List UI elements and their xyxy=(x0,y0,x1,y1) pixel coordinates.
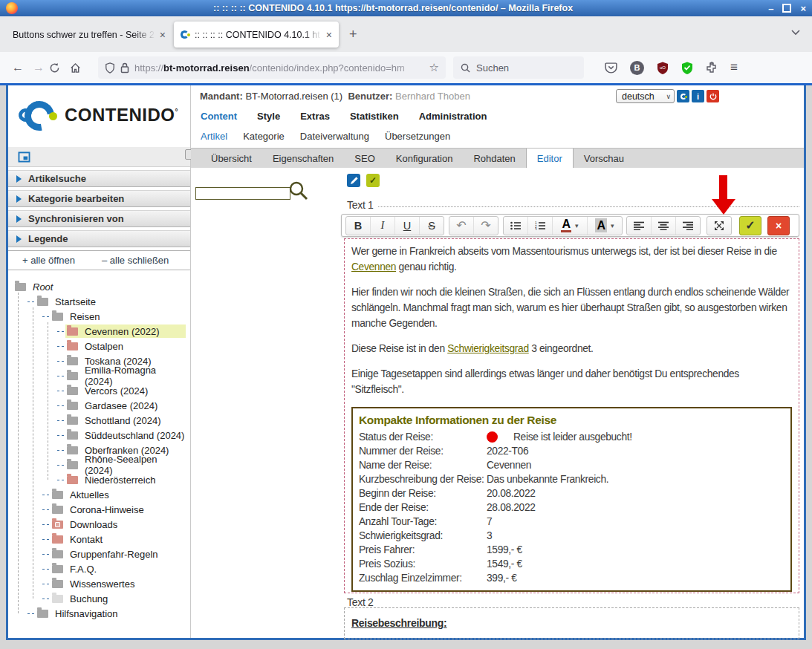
accordion-kategorie-bearbeiten[interactable]: Kategorie bearbeiten xyxy=(8,190,190,207)
tree-item-gardasee[interactable]: Gardasee (2024) xyxy=(8,398,186,413)
tree-item-downloads[interactable]: Downloads xyxy=(8,517,186,532)
menu-item-administration[interactable]: Administration xyxy=(419,111,487,122)
strikethrough-button[interactable]: S xyxy=(420,217,444,235)
pocket-icon[interactable] xyxy=(605,62,617,74)
submenu-item-artikel[interactable]: Artikel xyxy=(201,131,227,142)
save-button[interactable]: ✓ xyxy=(739,216,761,235)
bullet-list-button[interactable] xyxy=(504,217,528,235)
tree-item-aktuelles[interactable]: Aktuelles xyxy=(8,487,186,502)
logout-button[interactable] xyxy=(707,90,719,102)
chevron-down-icon[interactable]: ▾ xyxy=(575,222,579,229)
italic-button[interactable]: I xyxy=(371,217,395,235)
submenu-item-uebersetzungen[interactable]: Übersetzungen xyxy=(385,131,450,142)
info-button[interactable]: i xyxy=(692,90,704,102)
home-button[interactable] xyxy=(70,62,91,74)
font-color-button[interactable]: A ▾ xyxy=(553,217,588,235)
browser-tab-2-active[interactable]: :: :: :: :: CONTENIDO 4.10.1 ht × xyxy=(174,22,339,48)
profile-avatar[interactable]: B xyxy=(630,61,644,75)
cancel-button[interactable]: × xyxy=(767,216,790,235)
tree-item-schottland[interactable]: Schottland (2024) xyxy=(8,413,186,428)
category-search-input[interactable] xyxy=(195,187,290,200)
tab-vorschau[interactable]: Vorschau xyxy=(574,149,634,168)
tree-item-faq[interactable]: F.A.Q. xyxy=(8,561,186,576)
edit-pencil-button[interactable] xyxy=(347,174,360,187)
extensions-puzzle-icon[interactable] xyxy=(706,62,718,74)
tree-item-hilfsnavigation[interactable]: Hilfsnavigation xyxy=(8,606,186,621)
tree-item-root[interactable]: Root xyxy=(8,279,186,294)
tab-seo[interactable]: SEO xyxy=(344,149,385,168)
tree-item-corona-hinweise[interactable]: Corona-Hinweise xyxy=(8,502,186,517)
tree-item-vercors[interactable]: Vercors (2024) xyxy=(8,383,186,398)
cevennen-link[interactable]: Cevennen xyxy=(351,261,396,273)
underline-button[interactable]: U xyxy=(395,217,420,235)
contenido-home-button[interactable] xyxy=(677,90,689,102)
tree-item-reisen[interactable]: Reisen xyxy=(8,309,186,324)
close-all-link[interactable]: – alle schließen xyxy=(102,255,169,266)
text2-slot[interactable]: Reisebeschreibung: xyxy=(344,607,799,639)
tab-rohdaten[interactable]: Rohdaten xyxy=(463,149,525,168)
tab-editor-active[interactable]: Editor xyxy=(526,149,574,168)
frame-toggle-icon[interactable] xyxy=(18,151,30,163)
tab-uebersicht[interactable]: Übersicht xyxy=(201,149,262,168)
accordion-synchronisieren[interactable]: Synchronisieren von xyxy=(8,210,190,227)
richtext-content[interactable]: Wer gerne in Frankreich abseits vom Mass… xyxy=(344,238,799,593)
tab-close-icon[interactable]: × xyxy=(326,29,332,41)
menu-item-extras[interactable]: Extras xyxy=(300,111,330,122)
tree-item-wissenswertes[interactable]: Wissenswertes xyxy=(8,576,186,591)
tree-item-sueddeutschland[interactable]: Süddeutschland (2024) xyxy=(8,428,186,443)
highlight-color-button[interactable]: A ▾ xyxy=(588,217,622,235)
tree-item-cevennen-selected[interactable]: Cevennen (2022) xyxy=(8,324,186,339)
search-bar[interactable]: Suchen xyxy=(453,56,584,79)
numbered-list-button[interactable]: 123 xyxy=(528,217,553,235)
category-search-icon[interactable] xyxy=(288,180,309,201)
minimize-button[interactable]: – xyxy=(768,4,773,13)
protection-shield-icon[interactable] xyxy=(681,62,693,74)
tree-item-buchung[interactable]: Buchung xyxy=(8,591,186,606)
list-tabs-chevron-icon[interactable] xyxy=(791,30,800,36)
close-button[interactable]: × xyxy=(800,4,806,13)
submenu-item-kategorie[interactable]: Kategorie xyxy=(243,131,285,142)
bold-button[interactable]: B xyxy=(346,217,371,235)
browser-tab-1[interactable]: Buttons schwer zu treffen - Seite 2 × xyxy=(6,22,172,48)
tracking-shield-icon[interactable] xyxy=(105,62,115,74)
bookmark-star-icon[interactable]: ☆ xyxy=(429,61,439,74)
tree-item-rhone-seealpen[interactable]: Rhône-Seealpen (2024) xyxy=(8,457,186,472)
submenu-item-dateiverwaltung[interactable]: Dateiverwaltung xyxy=(300,131,369,142)
align-left-button[interactable] xyxy=(627,217,652,235)
tab-eigenschaften[interactable]: Eigenschaften xyxy=(262,149,344,168)
hamburger-menu-icon[interactable]: ≡ xyxy=(730,60,738,75)
new-tab-button[interactable]: + xyxy=(349,27,357,42)
confirm-check-button[interactable]: ✓ xyxy=(366,174,380,187)
schwierigkeitsgrad-link[interactable]: Schwierigkeitsgrad xyxy=(447,343,529,354)
accordion-artikelsuche[interactable]: Artikelsuche xyxy=(8,170,190,187)
lock-icon[interactable] xyxy=(120,62,129,74)
menu-item-content[interactable]: Content xyxy=(201,111,237,122)
paragraph-1: Wer gerne in Frankreich abseits vom Mass… xyxy=(351,244,792,275)
fullscreen-button[interactable] xyxy=(707,217,731,235)
ublock-icon[interactable]: uO xyxy=(657,62,669,74)
undo-button[interactable]: ↶ xyxy=(449,217,474,235)
maximize-button[interactable] xyxy=(782,4,791,13)
back-button[interactable]: ← xyxy=(7,61,28,74)
menu-item-statistiken[interactable]: Statistiken xyxy=(350,111,399,122)
forward-button[interactable]: → xyxy=(28,61,49,74)
accordion-legende[interactable]: Legende xyxy=(8,230,190,247)
open-all-link[interactable]: + alle öffnen xyxy=(22,255,75,266)
tree-item-startseite[interactable]: Startseite xyxy=(8,294,186,309)
menu-item-style[interactable]: Style xyxy=(257,111,280,122)
url-bar[interactable]: https://bt-motorrad.reisen/contenido/ind… xyxy=(98,56,446,79)
tree-item-gruppenfahr-regeln[interactable]: Gruppenfahr-Regeln xyxy=(8,547,186,561)
logo-area: CONTENIDO° xyxy=(8,85,190,147)
chevron-down-icon[interactable]: ▾ xyxy=(611,222,614,229)
tab-close-icon[interactable]: × xyxy=(160,29,166,41)
redo-button[interactable]: ↷ xyxy=(474,217,498,235)
reload-button[interactable] xyxy=(49,62,70,74)
align-right-button[interactable] xyxy=(676,217,700,235)
tab-konfiguration[interactable]: Konfiguration xyxy=(386,149,464,168)
language-select[interactable]: deutsch∨ xyxy=(616,89,675,103)
tree-item-emilia-romagna[interactable]: Emilia-Romagna (2024) xyxy=(8,368,186,383)
tree-item-kontakt[interactable]: Kontakt xyxy=(8,532,186,547)
tree-item-ostalpen[interactable]: Ostalpen xyxy=(8,339,186,353)
align-center-button[interactable] xyxy=(652,217,676,235)
tree-item-niederoesterreich[interactable]: Niederösterreich xyxy=(8,472,186,487)
